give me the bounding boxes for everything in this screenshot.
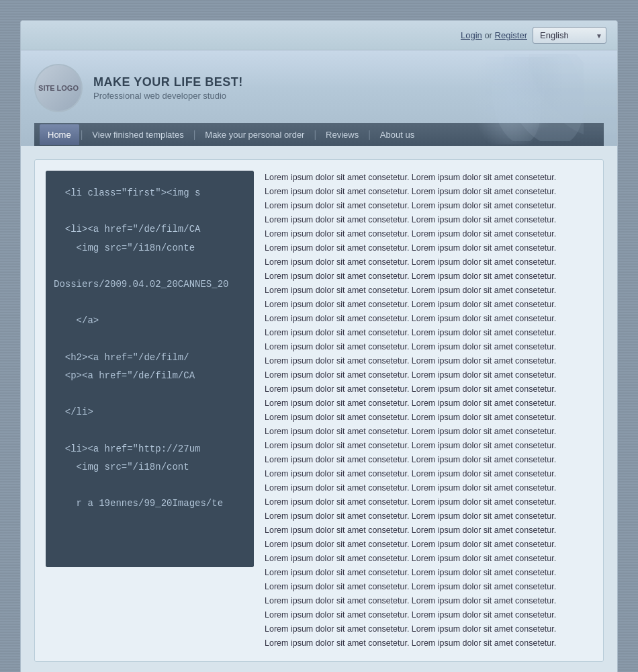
code-line: <p><a href="/de/film/CA xyxy=(54,367,246,385)
lorem-line: Lorem ipsum dolor sit amet consetetur. L… xyxy=(265,396,592,410)
code-line: <img src="/i18n/conte xyxy=(54,239,246,257)
code-line: </a> xyxy=(54,312,246,330)
nav-sep-1: | xyxy=(79,129,85,140)
lorem-line: Lorem ipsum dolor sit amet consetetur. L… xyxy=(265,171,592,184)
lorem-line: Lorem ipsum dolor sit amet consetetur. L… xyxy=(265,523,592,537)
lorem-line: Lorem ipsum dolor sit amet consetetur. L… xyxy=(265,340,592,353)
code-screenshot: <li class="first"><img s <li><a href="/d… xyxy=(46,171,254,567)
lorem-line: Lorem ipsum dolor sit amet consetetur. L… xyxy=(265,509,592,523)
lorem-line: Lorem ipsum dolor sit amet consetetur. L… xyxy=(265,368,592,382)
site-logo: SITE LOGO xyxy=(34,64,83,112)
lorem-line: Lorem ipsum dolor sit amet consetetur. L… xyxy=(265,298,592,311)
code-line xyxy=(54,385,246,403)
lorem-line: Lorem ipsum dolor sit amet consetetur. L… xyxy=(265,227,592,241)
lorem-line: Lorem ipsum dolor sit amet consetetur. L… xyxy=(265,552,592,565)
lorem-line: Lorem ipsum dolor sit amet consetetur. L… xyxy=(265,636,592,650)
code-image-panel: <li class="first"><img s <li><a href="/d… xyxy=(46,171,254,567)
code-line: r a 19ennes/99_20Images/te xyxy=(54,495,246,513)
auth-area: Login or Register xyxy=(461,30,527,40)
lorem-line: Lorem ipsum dolor sit amet consetetur. L… xyxy=(265,467,592,480)
code-line xyxy=(54,294,246,312)
lorem-line: Lorem ipsum dolor sit amet consetetur. L… xyxy=(265,241,592,255)
or-text: or xyxy=(484,30,492,40)
lorem-line: Lorem ipsum dolor sit amet consetetur. L… xyxy=(265,411,592,424)
code-line: <h2><a href="/de/film/ xyxy=(54,349,246,367)
header-area: SITE LOGO MAKE YOUR LIFE BEST! Professio… xyxy=(21,50,617,146)
code-line xyxy=(54,421,246,439)
nav-item-home[interactable]: Home xyxy=(40,124,79,145)
nav-item-templates[interactable]: View finished templates xyxy=(84,124,191,145)
nav-sep-2: | xyxy=(192,129,197,140)
lorem-line: Lorem ipsum dolor sit amet consetetur. L… xyxy=(265,425,592,438)
lorem-line: Lorem ipsum dolor sit amet consetetur. L… xyxy=(265,284,592,297)
nav-sep-4: | xyxy=(367,129,372,140)
code-line: Dossiers/2009.04.02_20CANNES_20 xyxy=(54,276,246,294)
code-line: <img src="/i18n/cont xyxy=(54,458,246,476)
code-line: <li><a href="/de/film/CA xyxy=(54,220,246,239)
lorem-line: Lorem ipsum dolor sit amet consetetur. L… xyxy=(265,439,592,452)
nav-item-reviews[interactable]: Reviews xyxy=(318,124,367,145)
logo-label: SITE LOGO xyxy=(38,84,79,92)
nav-sep-3: | xyxy=(312,129,318,140)
lorem-line: Lorem ipsum dolor sit amet consetetur. L… xyxy=(265,269,592,283)
lorem-line: Lorem ipsum dolor sit amet consetetur. L… xyxy=(265,213,592,226)
lorem-line: Lorem ipsum dolor sit amet consetetur. L… xyxy=(265,312,592,325)
register-link[interactable]: Register xyxy=(495,30,527,40)
lorem-line: Lorem ipsum dolor sit amet consetetur. L… xyxy=(265,580,592,593)
lorem-line: Lorem ipsum dolor sit amet consetetur. L… xyxy=(265,495,592,509)
code-line: <li class="first"><img s xyxy=(54,184,246,202)
lorem-line: Lorem ipsum dolor sit amet consetetur. L… xyxy=(265,199,592,212)
lorem-line: Lorem ipsum dolor sit amet consetetur. L… xyxy=(265,594,592,607)
content-inner: <li class="first"><img s <li><a href="/d… xyxy=(34,159,604,662)
language-dropdown[interactable]: English Deutsch Français Español xyxy=(533,27,606,44)
lorem-line: Lorem ipsum dolor sit amet consetetur. L… xyxy=(265,538,592,551)
brand-area: SITE LOGO MAKE YOUR LIFE BEST! Professio… xyxy=(34,64,604,112)
code-line: <li><a href="http://27um xyxy=(54,440,246,458)
content-area: <li class="first"><img s <li><a href="/d… xyxy=(21,146,617,672)
lorem-line: Lorem ipsum dolor sit amet consetetur. L… xyxy=(265,382,592,396)
code-line xyxy=(54,202,246,220)
main-tagline: MAKE YOUR LIFE BEST! xyxy=(93,75,243,89)
code-line xyxy=(54,257,246,276)
lorem-line: Lorem ipsum dolor sit amet consetetur. L… xyxy=(265,354,592,368)
lorem-line: Lorem ipsum dolor sit amet consetetur. L… xyxy=(265,185,592,198)
code-line xyxy=(54,331,246,349)
tagline-block: MAKE YOUR LIFE BEST! Professional web de… xyxy=(93,75,243,101)
main-text-content: Lorem ipsum dolor sit amet consetetur. L… xyxy=(265,171,592,650)
lorem-line: Lorem ipsum dolor sit amet consetetur. L… xyxy=(265,326,592,339)
login-link[interactable]: Login xyxy=(461,30,482,40)
lorem-line: Lorem ipsum dolor sit amet consetetur. L… xyxy=(265,566,592,579)
lorem-line: Lorem ipsum dolor sit amet consetetur. L… xyxy=(265,481,592,495)
code-line: </li> xyxy=(54,403,246,421)
lorem-line: Lorem ipsum dolor sit amet consetetur. L… xyxy=(265,453,592,466)
lorem-line: Lorem ipsum dolor sit amet consetetur. L… xyxy=(265,608,592,622)
language-selector[interactable]: English Deutsch Français Español ▼ xyxy=(533,27,606,44)
code-line xyxy=(54,476,246,495)
top-bar: Login or Register English Deutsch França… xyxy=(21,21,617,50)
code-text: <li class="first"><img s <li><a href="/d… xyxy=(46,171,254,526)
nav-item-personal-order[interactable]: Make your personal order xyxy=(197,124,312,145)
nav-item-about[interactable]: About us xyxy=(372,124,422,145)
lorem-line: Lorem ipsum dolor sit amet consetetur. L… xyxy=(265,255,592,269)
sub-tagline: Professional web developer studio xyxy=(93,91,243,101)
navigation-bar: Home | View finished templates | Make yo… xyxy=(34,123,604,146)
main-container: Login or Register English Deutsch França… xyxy=(20,20,618,672)
lorem-line: Lorem ipsum dolor sit amet consetetur. L… xyxy=(265,622,592,636)
